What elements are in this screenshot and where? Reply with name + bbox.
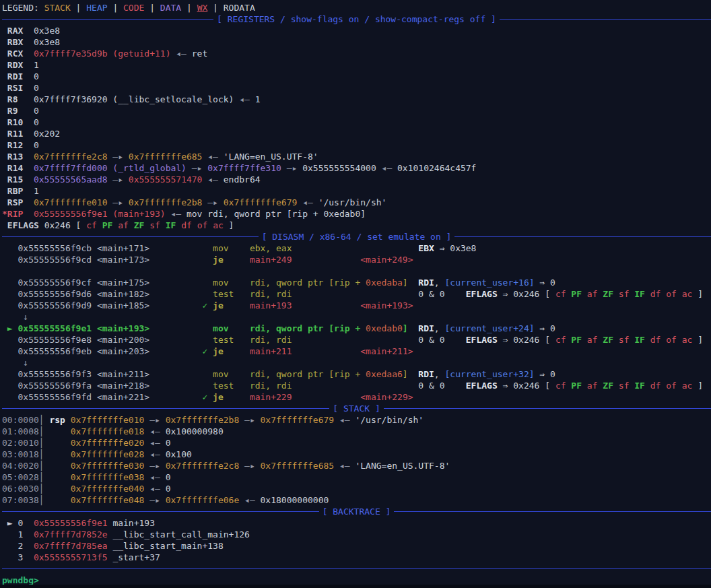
- text-segment: [149, 300, 202, 311]
- text-segment: [229, 243, 250, 253]
- text-segment: 0xedaa6: [366, 369, 403, 379]
- register-row-r14: R14 0x7ffff7ffd000 (_rtld_global) —▸ 0x7…: [2, 162, 711, 174]
- text-segment: 0x7fffffffe018: [71, 426, 145, 436]
- text-segment: 0: [166, 438, 171, 448]
- legend-item-heap: HEAP: [86, 3, 107, 13]
- text-segment: [23, 83, 34, 93]
- text-segment: [2, 392, 18, 402]
- text-segment: [44, 461, 71, 471]
- text-segment: rdi, rdi: [250, 289, 292, 299]
- text-segment: [: [539, 335, 555, 345]
- prompt-label: pwndbg>: [2, 575, 39, 585]
- text-segment: IF: [166, 220, 176, 230]
- text-segment: RBP: [7, 186, 23, 196]
- text-segment: [23, 48, 34, 59]
- register-row-r10: R10 0: [2, 117, 711, 128]
- text-segment: ⇒: [498, 335, 513, 345]
- text-segment: 0x7fffffffe020: [71, 438, 145, 448]
- disasm-jump-arrow: ↓: [2, 357, 711, 368]
- text-segment: [2, 37, 7, 47]
- text-segment: *RIP: [2, 209, 23, 219]
- stack-row-3: 03:0018│ 0x7fffffffe028 ◂— 0x100: [2, 449, 711, 460]
- text-segment: ◂—: [334, 461, 355, 471]
- text-segment: je: [213, 255, 224, 265]
- text-segment: [23, 209, 34, 219]
- section-title-registers: [ REGISTERS / show-flags on / show-compa…: [213, 13, 500, 25]
- text-segment: main+249: [250, 255, 292, 265]
- separator-line: [500, 19, 711, 20]
- text-segment: 0: [166, 472, 171, 482]
- text-segment: __libc_start_call_main+126: [112, 529, 250, 540]
- text-segment: cf: [555, 381, 566, 391]
- text-segment: main+193: [112, 518, 155, 528]
- text-segment: [44, 495, 71, 505]
- text-segment: ►: [7, 518, 13, 528]
- text-segment: 0x246: [44, 220, 71, 230]
- text-segment: af: [587, 381, 598, 391]
- text-segment: 0x7fffffffe2b8: [129, 197, 203, 207]
- text-segment: [2, 106, 7, 116]
- section-title-disasm: [ DISASM / x86-64 / set emulate on ]: [259, 231, 455, 242]
- text-segment: IF: [634, 381, 645, 391]
- legend-item-wx: WX: [197, 3, 208, 13]
- section-title-stack: [ STACK ]: [329, 403, 383, 414]
- text-segment: af: [587, 335, 598, 345]
- text-segment: [44, 472, 71, 482]
- disasm-row-main-185: 0x55555556f9d9 <main+185> ✓ je main+193 …: [2, 300, 711, 311]
- text-segment: |: [108, 3, 123, 13]
- text-segment: [149, 323, 213, 333]
- text-segment: ◂—: [170, 48, 191, 59]
- text-segment: R12: [7, 140, 23, 150]
- register-row-r15: R15 0x55555565aad8 —▸ 0x555555571470 ◂— …: [2, 174, 711, 185]
- text-segment: rdi, qword ptr [rip +: [250, 277, 366, 288]
- text-segment: [292, 255, 361, 265]
- text-segment: —▸: [202, 197, 223, 207]
- text-segment: 0 & 0: [418, 335, 444, 345]
- text-segment: sf: [149, 220, 160, 230]
- text-segment: [292, 381, 419, 391]
- text-segment: [149, 243, 213, 253]
- text-segment: —▸: [108, 174, 129, 185]
- text-segment: af: [587, 289, 598, 299]
- text-segment: [229, 369, 250, 379]
- text-segment: EFLAGS: [7, 220, 39, 230]
- text-segment: [224, 392, 250, 402]
- backtrace-frame-1: 1 0x7ffff7d7852e __libc_start_call_main+…: [2, 529, 711, 540]
- text-segment: test: [213, 289, 234, 299]
- disasm-row-main-173: 0x55555556f9cd <main+173> je main+249 <m…: [2, 254, 711, 265]
- terminal-bottom-edge: [0, 585, 711, 588]
- text-segment: ◂—: [376, 163, 397, 173]
- text-segment: 0x3e8: [450, 243, 476, 253]
- text-segment: |: [144, 3, 160, 13]
- text-segment: 'LANG=en_US.UTF-8': [224, 152, 318, 162]
- text-segment: 0x7fffffffe038: [71, 472, 145, 482]
- text-segment: 0x55555556f9e8 <main+200>: [18, 335, 149, 345]
- pwndbg-terminal[interactable]: LEGEND: STACK | HEAP | CODE | DATA | WX …: [0, 0, 711, 586]
- text-segment: 0x55555556f9fd <main+221>: [18, 392, 149, 402]
- text-segment: 0x7ffff7f36920 (__libc_setlocale_lock): [34, 94, 234, 104]
- separator-line: [2, 19, 213, 20]
- text-segment: [23, 152, 34, 162]
- text-segment: [149, 346, 202, 356]
- text-segment: 0x7fffffffe040: [71, 484, 145, 494]
- text-segment: 0x7fffffffe030: [71, 461, 145, 471]
- text-segment: [2, 323, 7, 333]
- text-segment: ✓: [202, 300, 213, 311]
- text-segment: [2, 48, 7, 59]
- text-segment: [149, 277, 213, 288]
- disasm-row-blank: [2, 265, 711, 277]
- text-segment: cf: [86, 220, 97, 230]
- text-segment: of: [666, 335, 677, 345]
- text-segment: 0x7fffffffe685: [261, 461, 335, 471]
- text-segment: ac: [213, 220, 224, 230]
- text-segment: [292, 289, 419, 299]
- text-segment: [18, 94, 33, 104]
- text-segment: [292, 335, 419, 345]
- text-segment: 0x3e8: [34, 37, 60, 47]
- text-segment: 2: [2, 541, 34, 551]
- text-segment: [408, 323, 419, 333]
- disasm-row-main-203: 0x55555556f9eb <main+203> ✓ je main+211 …: [2, 346, 711, 357]
- text-segment: [176, 220, 181, 230]
- text-segment: 00:0000│: [2, 415, 44, 425]
- text-segment: [44, 449, 71, 459]
